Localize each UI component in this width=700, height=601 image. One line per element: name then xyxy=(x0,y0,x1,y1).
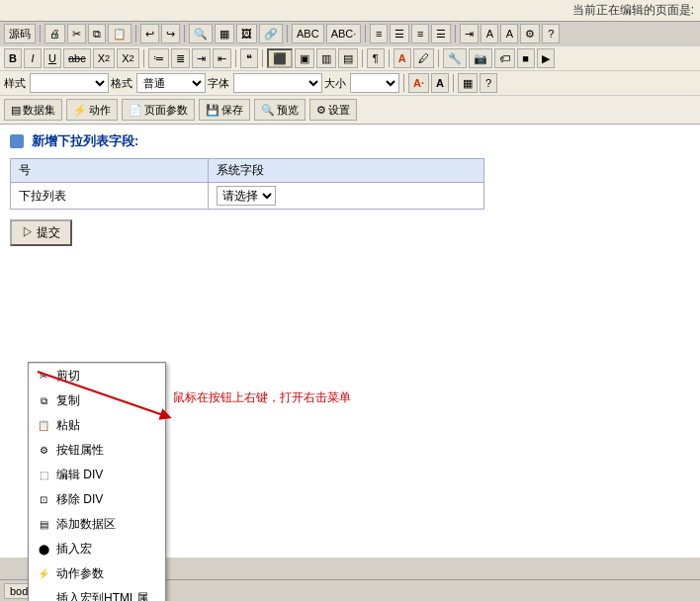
save-btn[interactable]: 💾 保存 xyxy=(199,99,250,121)
bg-color-btn[interactable]: 🖊 xyxy=(413,48,434,68)
action-btn[interactable]: ⚡ 动作 xyxy=(66,99,118,121)
color1-btn[interactable]: A xyxy=(481,24,498,43)
field-select[interactable]: 请选择 xyxy=(217,186,276,206)
align-right-btn[interactable]: ≡ xyxy=(411,24,429,43)
indent-btn[interactable]: ⇥ xyxy=(460,24,479,43)
context-menu-add-data[interactable]: ▤ 添加数据区 xyxy=(29,512,165,537)
scissors-icon: ✂ xyxy=(37,370,50,384)
color2-btn[interactable]: A xyxy=(500,24,518,43)
sep14 xyxy=(453,74,454,92)
context-menu-action-params[interactable]: ⚡ 动作参数 xyxy=(29,561,165,586)
preview-btn[interactable]: 🔍 预览 xyxy=(254,99,306,121)
macro-icon: ⬤ xyxy=(37,543,50,557)
font-a-icon: A· xyxy=(413,77,424,89)
font-color-btn2[interactable]: A· xyxy=(408,73,429,93)
align-left-btn2[interactable]: ⬛ xyxy=(267,48,293,68)
align-center-btn2[interactable]: ▣ xyxy=(295,48,314,68)
misc5-btn[interactable]: ▶ xyxy=(537,48,555,68)
font-color-btn[interactable]: A xyxy=(394,48,411,68)
spell-btn[interactable]: ABC xyxy=(292,24,324,43)
align-center-btn[interactable]: ☰ xyxy=(390,24,409,43)
properties-icon: ⚙ xyxy=(37,444,50,458)
toolbar-row-3: 样式 格式 普通 字体 大小 A· A ▦ ? xyxy=(0,71,700,96)
paste-icon: 📋 xyxy=(37,419,50,433)
underline-btn[interactable]: U xyxy=(44,48,61,68)
redo-btn[interactable]: ↪ xyxy=(161,24,180,43)
font-color-btn3[interactable]: A xyxy=(431,73,449,93)
style-label: 样式 xyxy=(4,76,26,91)
cut-btn[interactable]: ✂ xyxy=(67,24,86,43)
font-color-icon: A xyxy=(398,52,406,64)
settings-gear-icon: ⚙ xyxy=(316,104,326,117)
action-label: 动作 xyxy=(89,103,111,118)
image-btn[interactable]: 🖼 xyxy=(236,24,257,43)
para-btn[interactable]: ¶ xyxy=(367,48,385,68)
div-remove-icon: ⊡ xyxy=(37,493,50,507)
ol-btn[interactable]: ≔ xyxy=(148,48,169,68)
sep13 xyxy=(403,74,404,92)
settings-label: 设置 xyxy=(328,103,350,118)
find-btn[interactable]: 🔍 xyxy=(189,24,213,43)
misc2-btn[interactable]: 📷 xyxy=(469,48,492,68)
format-select[interactable]: 普通 xyxy=(136,73,206,93)
quote-btn[interactable]: ❝ xyxy=(240,48,258,68)
col-header-field: 系统字段 xyxy=(208,159,483,183)
font-select[interactable] xyxy=(233,73,322,93)
page-params-label: 页面参数 xyxy=(144,103,188,118)
align-left-btn[interactable]: ≡ xyxy=(370,24,388,43)
indent-decrease-btn[interactable]: ⇤ xyxy=(213,48,231,68)
context-menu-macro-html[interactable]: ⌨ 插入宏到HTML属性 xyxy=(29,586,165,601)
sep8 xyxy=(235,49,236,67)
source-btn[interactable]: 源码 xyxy=(4,24,36,43)
bold-btn[interactable]: B xyxy=(4,48,22,68)
submit-button[interactable]: ▷ 提交 xyxy=(10,219,72,246)
undo-btn[interactable]: ↩ xyxy=(140,24,159,43)
context-menu-paste[interactable]: 📋 粘贴 xyxy=(29,413,165,438)
misc3-btn[interactable]: 🏷 xyxy=(494,48,515,68)
indent-increase-btn[interactable]: ⇥ xyxy=(192,48,211,68)
italic-btn[interactable]: I xyxy=(24,48,42,68)
misc1-btn[interactable]: ⚙ xyxy=(520,24,540,43)
context-menu-insert-macro[interactable]: ⬤ 插入宏 xyxy=(29,537,165,561)
dataset-btn[interactable]: ▤ 数据集 xyxy=(4,99,62,121)
sep1 xyxy=(40,25,41,43)
link-btn[interactable]: 🔗 xyxy=(259,24,283,43)
action-lightning-icon: ⚡ xyxy=(73,104,87,117)
context-menu-edit-div[interactable]: ⬚ 编辑 DIV xyxy=(29,463,165,487)
sep6 xyxy=(455,25,456,43)
sep9 xyxy=(262,49,263,67)
justify-btn[interactable]: ☰ xyxy=(431,24,451,43)
spell2-btn[interactable]: ABC· xyxy=(326,24,362,43)
superscript-btn[interactable]: X2 xyxy=(117,48,138,68)
italic-label: I xyxy=(31,52,34,64)
current-page-label: 当前正在编辑的页面是: xyxy=(572,3,694,17)
copy-icon: ⧉ xyxy=(37,394,50,408)
context-menu-cut[interactable]: ✂ 剪切 xyxy=(29,363,165,388)
page-params-btn[interactable]: 📄 页面参数 xyxy=(122,99,195,121)
ul-btn[interactable]: ≣ xyxy=(171,48,190,68)
table2-btn[interactable]: ▦ xyxy=(458,73,478,93)
copy-btn[interactable]: ⧉ xyxy=(88,24,106,43)
align-right-btn2[interactable]: ▥ xyxy=(316,48,336,68)
col-header-num: 号 xyxy=(11,159,209,183)
table-btn[interactable]: ▦ xyxy=(215,24,234,43)
justify-btn2[interactable]: ▤ xyxy=(338,48,358,68)
subscript-btn[interactable]: X2 xyxy=(93,48,115,68)
context-menu-btn-props[interactable]: ⚙ 按钮属性 xyxy=(29,438,165,463)
action-icon: ⚡ xyxy=(37,567,50,581)
action-toolbar: ▤ 数据集 ⚡ 动作 📄 页面参数 💾 保存 🔍 预览 ⚙ 设置 xyxy=(0,96,700,125)
strikethrough-btn[interactable]: abc xyxy=(63,48,91,68)
style-select[interactable] xyxy=(30,73,109,93)
paste-btn[interactable]: 📋 xyxy=(108,24,131,43)
settings-btn[interactable]: ⚙ 设置 xyxy=(309,99,357,121)
misc-btn[interactable]: 🔧 xyxy=(443,48,467,68)
context-menu-remove-div[interactable]: ⊡ 移除 DIV xyxy=(29,487,165,512)
help-btn[interactable]: ? xyxy=(542,24,560,43)
action-params-label: 动作参数 xyxy=(56,565,104,582)
misc4-btn[interactable]: ■ xyxy=(517,48,535,68)
sep5 xyxy=(365,25,366,43)
help2-btn[interactable]: ? xyxy=(480,73,497,93)
size-select[interactable] xyxy=(350,73,399,93)
print-btn[interactable]: 🖨 xyxy=(44,24,65,43)
context-menu-copy[interactable]: ⧉ 复制 xyxy=(29,388,165,413)
